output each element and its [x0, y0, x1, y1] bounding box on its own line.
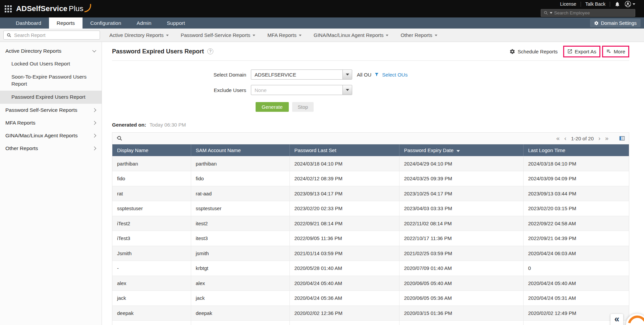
table-cell: 2023/09/13 04:17 PM — [289, 186, 399, 201]
domain-select[interactable]: ADSELFSERVICE — [251, 69, 352, 80]
table-cell: 2022/09/22 04:58 AM — [523, 216, 629, 231]
sidebar-category-password-self-service-reports[interactable]: Password Self-Service Reports — [0, 104, 102, 117]
sidebar-category-mfa-reports[interactable]: MFA Reports — [0, 117, 102, 129]
sidebar-item-password-expired-users-report[interactable]: Password Expired Users Report — [0, 91, 102, 104]
menu-other-reports[interactable]: Other Reports — [400, 32, 437, 38]
table-cell: iTest2 — [112, 216, 191, 231]
sidebar-category-active-directory-reports[interactable]: Active Directory Reports — [0, 45, 102, 57]
table-cell: parthiban — [191, 156, 289, 171]
table-cell: 2020/06/05 05:36 AM — [399, 291, 523, 306]
menu-password-self-service-reports[interactable]: Password Self-Service Reports — [181, 32, 256, 38]
table-cell: deepak — [191, 306, 289, 321]
tab-support[interactable]: Support — [159, 17, 193, 29]
table-cell: 2020/04/24 05:31 AM — [523, 291, 629, 306]
table-row[interactable]: Jsmithjsmith2021/01/14 03:59 PM2021/02/2… — [112, 246, 629, 261]
sidebar-category-other-reports[interactable]: Other Reports — [0, 142, 102, 155]
pagination-range: 1-20 of 20 — [571, 136, 594, 141]
report-actions: Schedule Reports Export As — [509, 46, 629, 57]
table-cell: 2020/04/24 05:40 AM — [289, 276, 399, 291]
column-header-sam-account-name[interactable]: SAM Account Name — [191, 144, 289, 156]
domain-settings-label: Domain Settings — [601, 20, 637, 26]
more-button[interactable]: More — [606, 49, 625, 54]
table-row[interactable]: iTest3itest32022/09/05 11:36 PM2022/10/1… — [112, 231, 629, 246]
table-row[interactable]: parthibanparthiban2024/03/18 04:10 PM202… — [112, 156, 629, 171]
talkback-link[interactable]: Talk Back — [585, 1, 605, 7]
sidebar-item-locked-out-users-report[interactable]: Locked Out Users Report — [0, 57, 102, 71]
report-search[interactable] — [3, 31, 100, 40]
divider — [610, 2, 610, 7]
chevron-down-icon — [435, 35, 437, 36]
table-cell: alex — [191, 276, 289, 291]
table-cell: 2022/11/02 08:14 PM — [399, 216, 523, 231]
pagination: « ‹ 1-20 of 20 › » — [556, 135, 625, 141]
select-domain-row: Select Domain ADSELFSERVICE All OU Selec… — [112, 69, 629, 80]
dropdown-button[interactable] — [342, 85, 352, 95]
table-cell: itest2 — [191, 216, 289, 231]
license-link[interactable]: License — [560, 1, 576, 7]
schedule-reports-button[interactable]: Schedule Reports — [509, 49, 557, 54]
sidebar-item-soon-to-expire-password-users-report[interactable]: Soon-To-Expire Password Users Report — [0, 71, 102, 91]
employee-search[interactable] — [541, 9, 635, 17]
menu-mfa-reports[interactable]: MFA Reports — [267, 32, 302, 38]
app-launcher-icon[interactable] — [5, 5, 12, 12]
tab-dashboard[interactable]: Dashboard — [8, 17, 49, 29]
chevron-right-icon — [92, 146, 96, 150]
tab-configuration[interactable]: Configuration — [83, 17, 129, 29]
brand-logo[interactable]: ADSelfService Plus — [16, 4, 92, 13]
menu-gina-mac-linux-agent-reports[interactable]: GINA/Mac/Linux Agent Reports — [314, 32, 388, 38]
tab-admin[interactable]: Admin — [129, 17, 159, 29]
column-header-password-expiry-date[interactable]: Password Expiry Date — [399, 144, 523, 156]
dropdown-button[interactable] — [342, 70, 352, 79]
previous-page-button[interactable]: ‹ — [564, 135, 566, 141]
column-header-last-logon-time[interactable]: Last Logon Time — [523, 144, 629, 156]
table-row[interactable]: fidofido2024/02/12 08:39 PM2024/03/25 09… — [112, 171, 629, 186]
generate-button[interactable]: Generate — [256, 102, 289, 112]
column-header-display-name[interactable]: Display Name — [112, 144, 191, 156]
table-row[interactable]: jackjack2020/04/24 05:36 AM2020/06/05 05… — [112, 291, 629, 306]
table-row[interactable]: alexalex2020/04/24 05:40 AM2020/06/05 05… — [112, 276, 629, 291]
table-cell: jack — [112, 291, 191, 306]
select-ous-link[interactable]: Select OUs — [382, 72, 408, 78]
first-page-button[interactable]: « — [556, 135, 559, 141]
ou-filter-funnel-icon[interactable] — [374, 72, 379, 77]
notifications-bell-icon[interactable] — [614, 1, 620, 7]
report-search-input[interactable] — [14, 33, 97, 38]
stop-button[interactable]: Stop — [292, 102, 314, 112]
menu-label: GINA/Mac/Linux Agent Reports — [314, 32, 383, 38]
menu-label: Other Reports — [400, 32, 432, 38]
table-row[interactable]: -krbtgt2020/05/28 01:40 AM2020/07/09 01:… — [112, 261, 629, 276]
search-scope-caret-icon[interactable] — [550, 12, 552, 14]
sidebar-category-gina-mac-linux-agent-reports[interactable]: GINA/Mac/Linux Agent Reports — [0, 129, 102, 142]
table-row[interactable]: ssptestuserssptestuser2023/02/20 02:33 P… — [112, 201, 629, 216]
export-as-annotation-box: Export As — [563, 46, 600, 57]
table-cell: 2022/10/17 11:36 PM — [399, 231, 523, 246]
table-row[interactable]: deepakdeepak2020/02/02 12:36 PM2020/03/1… — [112, 306, 629, 321]
table-row[interactable]: iTest2itest22022/09/21 08:14 PM2022/11/0… — [112, 216, 629, 231]
chevron-down-icon — [633, 3, 635, 5]
menu-active-directory-reports[interactable]: Active Directory Reports — [109, 32, 169, 38]
table-row[interactable]: appuser3appuser32019/09/20 12:00 AM2019/… — [112, 321, 629, 325]
column-chooser-icon[interactable] — [619, 136, 625, 141]
table-cell: 2024/03/18 04:10 PM — [289, 156, 399, 171]
collapse-corner-button[interactable]: « — [610, 314, 623, 325]
more-label: More — [614, 49, 625, 54]
table-row[interactable]: ratrat-aad2023/09/13 04:17 PM2023/10/25 … — [112, 186, 629, 201]
exclude-users-select[interactable]: None — [251, 85, 352, 95]
divider — [581, 2, 581, 7]
reports-sidebar: Active Directory Reports Locked Out User… — [0, 42, 102, 325]
employee-search-input[interactable] — [554, 10, 632, 15]
user-menu[interactable] — [625, 1, 635, 7]
last-page-button[interactable]: » — [605, 135, 608, 141]
table-search-icon[interactable] — [116, 135, 122, 141]
export-as-button[interactable]: Export As — [567, 49, 596, 54]
table-cell: appuser3 — [191, 321, 289, 325]
domain-settings-button[interactable]: Domain Settings — [590, 19, 641, 27]
floating-brand-logo[interactable] — [626, 314, 644, 325]
category-label: Password Self-Service Reports — [5, 107, 77, 113]
column-header-password-last-set[interactable]: Password Last Set — [289, 144, 399, 156]
table-cell: 2023/02/20 03:15 PM — [523, 201, 629, 216]
next-page-button[interactable]: › — [598, 135, 600, 141]
tab-reports[interactable]: Reports — [49, 17, 83, 29]
table-cell: parthiban — [112, 156, 191, 171]
help-icon[interactable]: ? — [207, 48, 213, 54]
